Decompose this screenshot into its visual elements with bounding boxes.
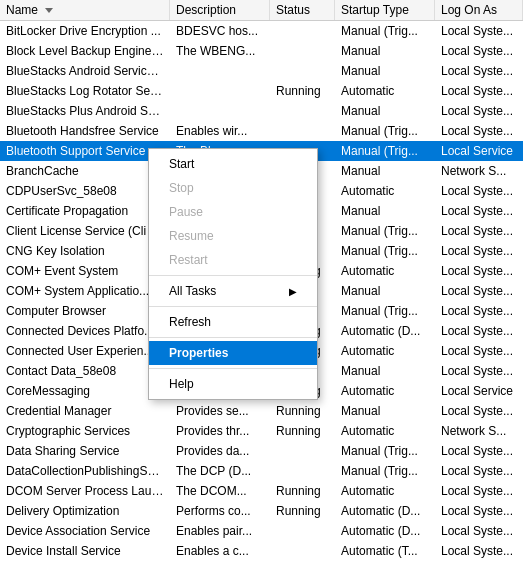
cell-logon: Local Service (435, 143, 523, 159)
cell-status: Running (270, 503, 335, 519)
cell-logon: Local Syste... (435, 243, 523, 259)
cell-desc: The DCP (D... (170, 463, 270, 479)
menu-item-properties[interactable]: Properties (149, 341, 317, 365)
table-row[interactable]: DCOM Server Process Laun... The DCOM... … (0, 481, 523, 501)
table-row[interactable]: Device Association Service Enables pair.… (0, 521, 523, 541)
table-row[interactable]: Delivery Optimization Performs co... Run… (0, 501, 523, 521)
cell-status (270, 110, 335, 112)
cell-status (270, 470, 335, 472)
cell-logon: Local Syste... (435, 303, 523, 319)
cell-startup: Manual (335, 43, 435, 59)
cell-logon: Local Syste... (435, 563, 523, 565)
cell-desc: BDESVC hos... (170, 23, 270, 39)
cell-logon: Local Syste... (435, 503, 523, 519)
cell-desc: Enables wir... (170, 123, 270, 139)
cell-name: Client License Service (Cli (0, 223, 170, 239)
table-header: Name Description Status Startup Type Log… (0, 0, 523, 21)
table-row[interactable]: DataCollectionPublishingSe... The DCP (D… (0, 461, 523, 481)
table-row[interactable]: BitLocker Drive Encryption ... BDESVC ho… (0, 21, 523, 41)
cell-startup: Automatic (T... (335, 543, 435, 559)
cell-name: CNG Key Isolation (0, 243, 170, 259)
cell-logon: Local Syste... (435, 63, 523, 79)
cell-desc: The WBENG... (170, 43, 270, 59)
cell-desc: Provides da... (170, 443, 270, 459)
cell-logon: Local Syste... (435, 83, 523, 99)
menu-item-resume: Resume (149, 224, 317, 248)
cell-desc: Enables a c... (170, 543, 270, 559)
menu-item-stop: Stop (149, 176, 317, 200)
table-row[interactable]: Credential Manager Provides se... Runnin… (0, 401, 523, 421)
cell-status (270, 70, 335, 72)
table-row[interactable]: Device Install Service Enables a c... Au… (0, 541, 523, 561)
cell-name: DCOM Server Process Laun... (0, 483, 170, 499)
cell-startup: Manual (335, 203, 435, 219)
col-header-startup[interactable]: Startup Type (335, 0, 435, 20)
cell-startup: Automatic (D... (335, 523, 435, 539)
cell-logon: Local Service (435, 383, 523, 399)
menu-item-refresh[interactable]: Refresh (149, 310, 317, 334)
cell-logon: Local Syste... (435, 483, 523, 499)
cell-logon: Local Syste... (435, 523, 523, 539)
table-row[interactable]: Bluetooth Handsfree Service Enables wir.… (0, 121, 523, 141)
cell-startup: Manual (335, 283, 435, 299)
cell-name: Delivery Optimization (0, 503, 170, 519)
cell-status: Running (270, 83, 335, 99)
cell-name: Block Level Backup Engine ... (0, 43, 170, 59)
cell-startup: Automatic (335, 483, 435, 499)
cell-name: Certificate Propagation (0, 203, 170, 219)
table-row[interactable]: Device Management Enroll... Performs D..… (0, 561, 523, 565)
cell-status (270, 530, 335, 532)
table-row[interactable]: Data Sharing Service Provides da... Manu… (0, 441, 523, 461)
menu-item-start[interactable]: Start (149, 152, 317, 176)
table-row[interactable]: Cryptographic Services Provides thr... R… (0, 421, 523, 441)
cell-startup: Manual (Trig... (335, 303, 435, 319)
cell-desc (170, 90, 270, 92)
cell-logon: Local Syste... (435, 23, 523, 39)
menu-separator (149, 368, 317, 369)
cell-desc: The DCOM... (170, 483, 270, 499)
cell-startup: Manual (Trig... (335, 223, 435, 239)
cell-desc: Enables pair... (170, 523, 270, 539)
cell-logon: Local Syste... (435, 223, 523, 239)
cell-startup: Manual (Trig... (335, 143, 435, 159)
cell-name: Device Install Service (0, 543, 170, 559)
cell-logon: Local Syste... (435, 343, 523, 359)
menu-item-pause: Pause (149, 200, 317, 224)
sort-arrow-icon (45, 8, 53, 13)
cell-name: Connected User Experien... (0, 343, 170, 359)
cell-logon: Local Syste... (435, 323, 523, 339)
menu-separator (149, 275, 317, 276)
cell-logon: Local Syste... (435, 43, 523, 59)
cell-logon: Network S... (435, 423, 523, 439)
cell-logon: Network S... (435, 163, 523, 179)
context-menu: StartStopPauseResumeRestartAll Tasks▶Ref… (148, 148, 318, 400)
cell-name: BitLocker Drive Encryption ... (0, 23, 170, 39)
cell-startup: Manual (Trig... (335, 123, 435, 139)
col-header-name[interactable]: Name (0, 0, 170, 20)
cell-name: BlueStacks Log Rotator Serv... (0, 83, 170, 99)
table-row[interactable]: BlueStacks Plus Android Ser... Manual Lo… (0, 101, 523, 121)
cell-desc (170, 110, 270, 112)
cell-desc: Performs D... (170, 563, 270, 565)
cell-name: Data Sharing Service (0, 443, 170, 459)
menu-item-help[interactable]: Help (149, 372, 317, 396)
cell-status: Running (270, 423, 335, 439)
cell-logon: Local Syste... (435, 363, 523, 379)
cell-name: CoreMessaging (0, 383, 170, 399)
cell-startup: Manual (Trig... (335, 463, 435, 479)
cell-logon: Local Syste... (435, 443, 523, 459)
cell-startup: Manual (335, 363, 435, 379)
cell-startup: Automatic (335, 263, 435, 279)
col-header-logon[interactable]: Log On As (435, 0, 523, 20)
cell-startup: Manual (335, 403, 435, 419)
cell-desc: Provides se... (170, 403, 270, 419)
cell-name: Device Management Enroll... (0, 563, 170, 565)
cell-name: CDPUserSvc_58e08 (0, 183, 170, 199)
table-row[interactable]: BlueStacks Log Rotator Serv... Running A… (0, 81, 523, 101)
table-row[interactable]: Block Level Backup Engine ... The WBENG.… (0, 41, 523, 61)
col-header-desc[interactable]: Description (170, 0, 270, 20)
menu-item-all-tasks[interactable]: All Tasks▶ (149, 279, 317, 303)
table-row[interactable]: BlueStacks Android Service ... Manual Lo… (0, 61, 523, 81)
col-header-status[interactable]: Status (270, 0, 335, 20)
cell-startup: Manual (Trig... (335, 443, 435, 459)
